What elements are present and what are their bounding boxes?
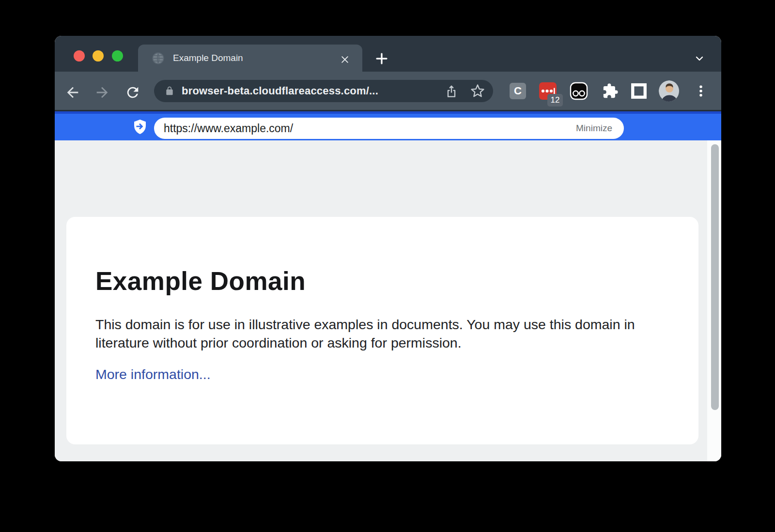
forward-icon[interactable]	[92, 80, 113, 102]
extensions-puzzle-icon[interactable]	[600, 81, 620, 101]
avatar	[659, 80, 679, 102]
isolation-url-input[interactable]	[164, 122, 576, 135]
back-icon[interactable]	[62, 80, 83, 102]
browser-toolbar: browser-beta.cloudflareaccess.com/... C	[55, 72, 721, 111]
two-circle-extension-icon[interactable]	[569, 81, 589, 101]
bookmark-star-icon[interactable]	[468, 81, 487, 101]
isolation-url-bar: Minimize	[55, 111, 721, 140]
tab-search-chevron-icon[interactable]	[693, 52, 709, 65]
example-domain-card: Example Domain This domain is for use in…	[66, 217, 698, 444]
lastpass-extension-icon[interactable]: 12	[538, 81, 558, 101]
page-title: Example Domain	[95, 266, 669, 296]
scrollbar-thumb[interactable]	[711, 144, 719, 410]
more-information-link[interactable]: More information...	[95, 366, 211, 382]
browser-window: Example Domain	[55, 36, 721, 461]
lock-icon[interactable]	[165, 86, 174, 96]
extension-c-icon[interactable]: C	[508, 81, 528, 101]
lastpass-badge-count: 12	[547, 94, 563, 106]
scrollbar-track[interactable]	[707, 140, 721, 461]
address-bar[interactable]: browser-beta.cloudflareaccess.com/...	[154, 80, 493, 102]
share-icon[interactable]	[442, 81, 461, 101]
macos-close-button[interactable]	[74, 50, 85, 61]
page-body-text: This domain is for use in illustrative e…	[95, 315, 638, 352]
isolation-url-pill: Minimize	[154, 118, 624, 139]
tab-strip: Example Domain	[55, 36, 721, 72]
reload-icon[interactable]	[122, 80, 143, 102]
desktop-background: Example Domain	[0, 0, 775, 532]
chrome-menu-kebab-icon[interactable]	[691, 81, 711, 101]
macos-minimize-button[interactable]	[93, 50, 104, 61]
globe-favicon-icon	[152, 52, 165, 65]
isolation-shield-icon	[133, 119, 147, 135]
new-tab-button[interactable]	[374, 50, 391, 67]
tab-close-icon[interactable]	[337, 50, 353, 66]
minimize-bar-button[interactable]: Minimize	[576, 123, 612, 134]
page-viewport: Example Domain This domain is for use in…	[55, 140, 721, 461]
tab-title: Example Domain	[173, 53, 337, 63]
side-panel-icon[interactable]	[629, 81, 649, 101]
extension-c-label: C	[510, 83, 526, 99]
address-bar-url: browser-beta.cloudflareaccess.com/...	[182, 85, 442, 97]
tab-example-domain[interactable]: Example Domain	[138, 45, 362, 72]
profile-avatar[interactable]	[659, 81, 679, 101]
macos-zoom-button[interactable]	[112, 50, 123, 61]
lastpass-tile: 12	[539, 82, 557, 100]
